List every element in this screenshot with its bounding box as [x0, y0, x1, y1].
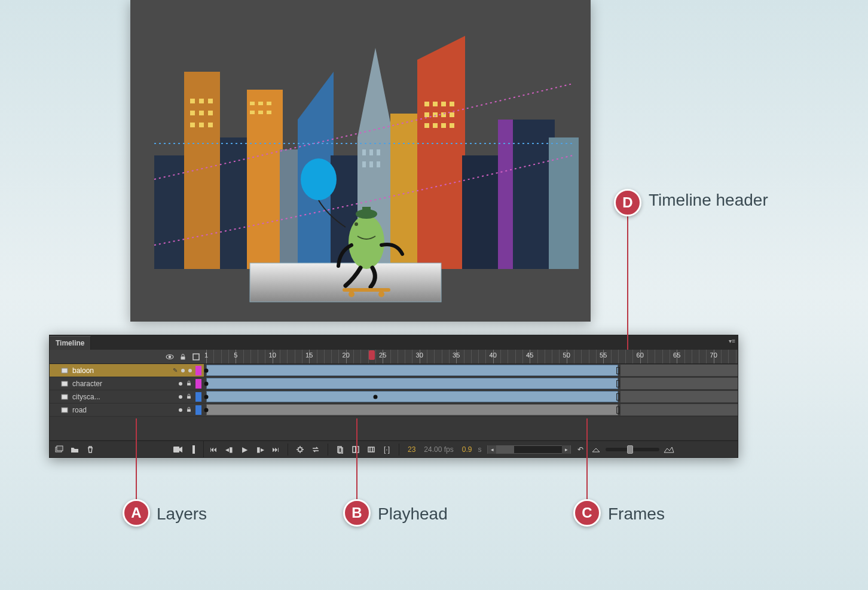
visibility-toggle[interactable]	[181, 369, 185, 372]
svg-rect-4	[220, 137, 250, 269]
svg-point-61	[169, 356, 171, 358]
ruler-tick-label: 1	[204, 351, 208, 359]
marker-button[interactable]	[188, 444, 200, 456]
svg-rect-37	[377, 161, 380, 167]
delete-layer-button[interactable]	[84, 444, 96, 456]
layer-row[interactable]: citysca...	[50, 390, 204, 403]
new-layer-button[interactable]	[53, 444, 65, 456]
layer-color-swatch[interactable]	[195, 405, 201, 415]
onion-skin-outline-button[interactable]	[350, 444, 362, 456]
ruler-tick-label: 60	[637, 351, 644, 359]
svg-rect-69	[62, 408, 68, 412]
keyframe-end-marker[interactable]	[616, 406, 620, 414]
layer-color-swatch[interactable]	[195, 392, 201, 402]
svg-point-58	[349, 291, 354, 297]
modify-markers-button[interactable]: [·]	[381, 444, 393, 456]
timeline-footer: ⏮ ◂▮ ▶ ▮▸ ⏭ [·] 23 24.00 fps 0.9s ◂ ▸ ↶	[50, 441, 738, 457]
keyframe-end-marker[interactable]	[616, 393, 620, 401]
new-folder-button[interactable]	[69, 444, 81, 456]
center-frame-button[interactable]	[294, 444, 306, 456]
keyframe-end-marker[interactable]	[616, 380, 620, 387]
svg-rect-18	[199, 99, 204, 103]
lock-icon[interactable]	[186, 406, 192, 414]
goto-last-frame-button[interactable]: ⏭	[270, 444, 282, 456]
svg-rect-24	[199, 123, 204, 127]
frames-scrollbar[interactable]: ◂ ▸	[487, 445, 571, 454]
playhead-marker[interactable]	[369, 350, 375, 360]
timeline-tab[interactable]: Timeline	[50, 336, 91, 350]
frame-row[interactable]	[204, 390, 738, 403]
camera-button[interactable]	[172, 444, 184, 456]
svg-rect-5	[247, 90, 283, 269]
canvas-artwork	[130, 0, 591, 322]
lock-column-icon[interactable]	[179, 353, 187, 361]
keyframe-marker[interactable]	[373, 395, 377, 399]
svg-rect-63	[193, 354, 199, 360]
layer-color-swatch[interactable]	[195, 379, 201, 389]
zoom-out-icon[interactable]	[590, 444, 602, 456]
goto-first-frame-button[interactable]: ⏮	[207, 444, 219, 456]
layer-color-swatch[interactable]	[195, 366, 201, 375]
svg-rect-31	[267, 111, 271, 114]
visibility-toggle[interactable]	[179, 382, 182, 386]
scroll-right-button[interactable]: ▸	[562, 445, 570, 454]
lock-icon[interactable]	[186, 393, 192, 401]
lock-icon[interactable]	[186, 380, 192, 387]
onion-skin-button[interactable]	[334, 444, 346, 456]
layers-header	[50, 350, 204, 364]
svg-rect-25	[208, 123, 213, 127]
outline-column-icon[interactable]	[192, 353, 200, 361]
layer-name-label: road	[72, 406, 179, 414]
visibility-toggle[interactable]	[179, 395, 182, 399]
svg-rect-70	[187, 409, 191, 411]
frame-ruler[interactable]: 1510152025303540455055606570	[204, 350, 738, 364]
callout-badge-b: B	[343, 499, 371, 527]
zoom-slider-knob[interactable]	[627, 445, 633, 454]
svg-rect-22	[208, 111, 213, 115]
frame-row[interactable]	[204, 377, 738, 390]
svg-rect-67	[62, 395, 68, 399]
frame-row[interactable]	[204, 403, 738, 417]
play-button[interactable]: ▶	[239, 444, 250, 456]
panel-tab-bar: Timeline ▾≡	[50, 335, 738, 350]
undo-button[interactable]: ↶	[574, 444, 586, 456]
loop-button[interactable]	[310, 444, 322, 456]
frames-grid[interactable]	[204, 364, 738, 417]
svg-rect-34	[377, 149, 380, 155]
ruler-tick-label: 5	[234, 351, 237, 359]
scroll-thumb[interactable]	[496, 446, 514, 453]
zoom-slider[interactable]	[606, 448, 659, 451]
keyframe-marker[interactable]	[204, 368, 209, 372]
ruler-tick-label: 30	[416, 351, 423, 359]
scroll-left-button[interactable]: ◂	[488, 445, 496, 454]
svg-rect-57	[343, 288, 390, 292]
layer-row[interactable]: baloon✎	[50, 364, 204, 377]
keyframe-end-marker[interactable]	[616, 367, 620, 374]
svg-rect-35	[362, 161, 366, 167]
svg-rect-75	[298, 448, 302, 451]
step-forward-button[interactable]: ▮▸	[254, 444, 266, 456]
zoom-in-icon[interactable]	[663, 444, 675, 456]
fps-value[interactable]: 24.00 fps	[421, 445, 456, 454]
lock-toggle[interactable]	[188, 369, 192, 372]
current-frame-value[interactable]: 23	[405, 445, 418, 454]
ruler-tick-label: 35	[453, 351, 460, 359]
visibility-toggle[interactable]	[179, 408, 182, 412]
layer-row[interactable]: character	[50, 377, 204, 390]
edit-multiple-frames-button[interactable]	[365, 444, 377, 456]
keyframe-marker[interactable]	[204, 381, 209, 386]
ruler-tick-label: 20	[343, 351, 350, 359]
step-back-button[interactable]: ◂▮	[223, 444, 235, 456]
panel-menu-icon[interactable]: ▾≡	[729, 338, 735, 344]
svg-point-54	[354, 222, 358, 226]
visibility-column-icon[interactable]	[166, 353, 174, 361]
frame-row[interactable]	[204, 364, 738, 377]
svg-rect-16	[549, 137, 579, 269]
svg-rect-43	[433, 112, 438, 117]
layer-row[interactable]: road	[50, 403, 204, 417]
keyframe-marker[interactable]	[204, 395, 209, 399]
ruler-tick-label: 15	[305, 351, 313, 359]
keyframe-marker[interactable]	[204, 408, 209, 412]
svg-point-52	[301, 158, 337, 200]
svg-rect-32	[362, 149, 366, 155]
